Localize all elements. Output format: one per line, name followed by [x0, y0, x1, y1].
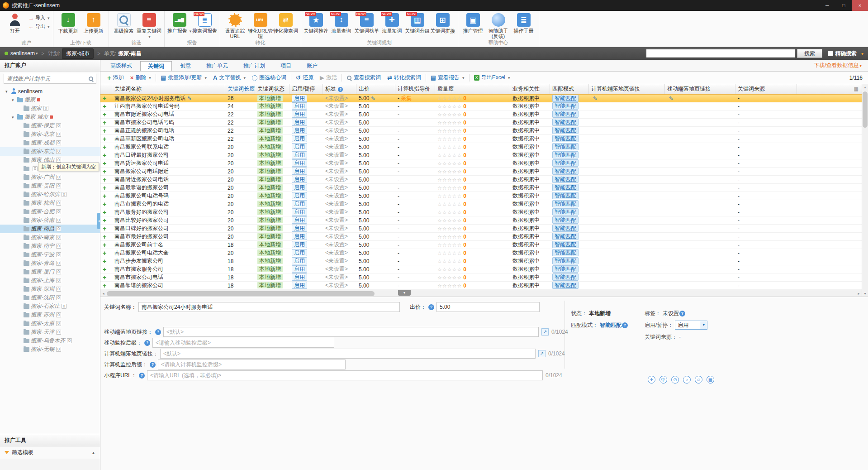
ribbon-button-manual[interactable]: ≣操作手册 [511, 12, 536, 39]
keyword-row[interactable]: +南昌口碑最好搬家公司20本地新增启用<未设置>5.00-☆☆☆☆☆0数据积累中… [100, 151, 862, 159]
panel-collapse-icon[interactable]: ▾ [861, 51, 863, 56]
info-icon[interactable]: ? [622, 322, 628, 328]
info-icon[interactable]: ? [679, 311, 685, 317]
enable-toggle[interactable]: 启用 [292, 273, 307, 281]
tree-unit[interactable]: 搬家0 [0, 104, 100, 113]
open-button[interactable]: 打开 [2, 12, 28, 39]
enable-toggle[interactable]: 启用 [292, 151, 307, 158]
tree-folder[interactable]: ▾搬家 [0, 96, 100, 104]
match-mode-badge[interactable]: 智能匹配 [552, 127, 579, 134]
match-mode-badge[interactable]: 智能匹配 [552, 282, 579, 289]
add-row-icon[interactable]: + [103, 119, 106, 126]
tree-unit[interactable]: 搬家-宁波0 [0, 250, 100, 259]
open-link-icon[interactable]: ↗ [538, 350, 545, 357]
edit-icon[interactable]: ✎ [593, 96, 597, 101]
column-header[interactable]: 移动端落地页链接 [665, 84, 735, 94]
match-mode-badge[interactable]: 智能匹配 [552, 102, 579, 110]
symbol-icon[interactable]: ⊙ [671, 376, 679, 384]
add-row-icon[interactable]: + [103, 144, 106, 151]
tree-unit[interactable]: 搬家-太原0 [0, 319, 100, 328]
collapse-up-icon[interactable]: ▲ [91, 451, 95, 455]
toolbar-button-convertw[interactable]: ⇄转化搜索词 [384, 72, 424, 83]
enable-toggle[interactable]: 启用 [292, 127, 307, 134]
tree-unit[interactable]: 搬家-哈尔滨0 [0, 190, 100, 199]
toolbar-button-plus[interactable]: +添加 [104, 72, 127, 83]
mobile-suffix-input[interactable] [152, 338, 334, 348]
column-header[interactable]: 匹配模式 [550, 84, 589, 94]
keyword-row[interactable]: +南昌市搬家公司的电话20本地新增启用<未设置>5.00-☆☆☆☆☆0数据积累中… [100, 200, 862, 208]
export-button[interactable]: ←导出▾ [28, 23, 50, 30]
add-row-icon[interactable]: + [103, 127, 106, 134]
tab[interactable]: 高级样式 [103, 61, 139, 71]
keyword-row[interactable]: +南昌服务好的搬家公司20本地新增启用<未设置>5.00-☆☆☆☆☆0数据积累中… [100, 208, 862, 216]
match-mode-badge[interactable]: 智能匹配 [552, 95, 579, 102]
enable-toggle[interactable]: 启用 [292, 249, 307, 256]
edit-icon[interactable]: ✎ [669, 96, 673, 101]
toolbar-button-report[interactable]: ▤查看报告▾ [427, 72, 468, 83]
match-mode-badge[interactable]: 智能匹配 [552, 192, 579, 199]
tab[interactable]: 账户 [299, 61, 325, 71]
import-button[interactable]: →导入▾ [28, 14, 50, 21]
horizontal-scroll-thumb[interactable] [107, 291, 375, 296]
scroll-left-icon[interactable]: ◂ [100, 291, 106, 297]
ribbon-button-upload[interactable]: ↑上传更新 [81, 12, 106, 39]
enable-toggle[interactable]: 启用 [292, 233, 307, 240]
enable-toggle[interactable]: 启用 [292, 110, 307, 118]
add-row-icon[interactable]: + [103, 103, 106, 110]
match-mode-badge[interactable]: 智能匹配 [552, 143, 579, 150]
scroll-down-icon[interactable]: ▾ [862, 291, 868, 297]
keyword-row[interactable]: +南昌市搬家公司电话号码22本地新增启用<未设置>5.00-☆☆☆☆☆0数据积累… [100, 119, 862, 127]
add-row-icon[interactable]: + [103, 135, 106, 143]
minimize-button[interactable]: ─ [819, 0, 835, 11]
add-row-icon[interactable]: + [103, 225, 106, 232]
match-mode-badge[interactable]: 智能匹配 [552, 119, 579, 126]
tree-unit[interactable]: 搬家-青岛0 [0, 259, 100, 268]
tree-unit[interactable]: 搬家-广州0 [0, 173, 100, 182]
ribbon-button-gear[interactable]: 设置追踪URL [223, 12, 248, 39]
keyword-name-input[interactable] [138, 302, 400, 312]
keyword-row[interactable]: +南昌步步发搬家公司18本地新增启用<未设置>5.00-☆☆☆☆☆0数据积累中智… [100, 257, 862, 265]
contacts-icon[interactable]: ☺ [695, 376, 702, 384]
match-mode-badge[interactable]: 智能匹配 [552, 265, 579, 273]
enable-toggle[interactable]: 启用 [292, 159, 307, 167]
maximize-button[interactable]: □ [835, 0, 852, 11]
tab[interactable]: 项目 [273, 61, 299, 71]
keyword-row[interactable]: +南昌市附近搬家公司电话22本地新增启用<未设置>5.00-☆☆☆☆☆0数据积累… [100, 110, 862, 119]
add-row-icon[interactable]: + [103, 274, 106, 281]
search-button[interactable]: 搜索 [797, 49, 822, 58]
ribbon-button-traffic[interactable]: NEW!↕流量查询 [329, 12, 354, 39]
add-row-icon[interactable]: + [103, 282, 106, 289]
enable-toggle[interactable]: 启用 [292, 102, 307, 110]
column-header[interactable]: 质量度 [435, 84, 510, 94]
match-mode-badge[interactable]: 智能匹配 [552, 257, 579, 264]
ribbon-button-rank[interactable]: NEW!≡关键词榜单 [354, 12, 379, 39]
enable-toggle[interactable]: 启用 [292, 184, 307, 191]
keyword-row[interactable]: +南昌最靠谱的搬家公司20本地新增启用<未设置>5.00-☆☆☆☆☆0数据积累中… [100, 184, 862, 192]
match-mode-badge[interactable]: 智能匹配 [552, 135, 579, 142]
enable-toggle[interactable]: 启用 [292, 282, 307, 289]
enable-select[interactable]: 启用 ▾ [675, 321, 707, 330]
vertical-scroll-thumb[interactable] [863, 91, 868, 128]
enable-toggle[interactable]: 启用 [292, 176, 307, 183]
tab[interactable]: 关键词 [140, 61, 172, 71]
panel-collapse-tab[interactable]: ▾ [398, 290, 411, 296]
keyword-row[interactable]: +南昌附近搬家公司电话20本地新增启用<未设置>5.00-☆☆☆☆☆0数据积累中… [100, 176, 862, 184]
info-icon[interactable]: ? [150, 362, 156, 368]
keyword-row[interactable]: +南昌搬家公司前十名18本地新增启用<未设置>5.00-☆☆☆☆☆0数据积累中智… [100, 241, 862, 249]
enable-toggle[interactable]: 启用 [292, 143, 307, 150]
miniapp-url-input[interactable] [147, 370, 543, 380]
enable-toggle[interactable]: 启用 [292, 95, 307, 102]
tree-unit[interactable]: 搬家-北京0 [0, 130, 100, 139]
keyword-row[interactable]: +南昌比较好的搬家公司20本地新增启用<未设置>5.00-☆☆☆☆☆0数据积累中… [100, 216, 862, 225]
column-header[interactable]: 关键词状态 [255, 84, 289, 94]
ime-mode-icon[interactable]: 中 [659, 376, 667, 384]
close-button[interactable]: × [852, 0, 868, 11]
tree-unit[interactable]: 搬家-南宁0 [0, 242, 100, 250]
tree-unit[interactable]: 搬家-保定0 [0, 121, 100, 130]
match-mode-badge[interactable]: 智能匹配 [552, 200, 579, 207]
breadcrumb-account[interactable]: senlinsem [10, 50, 35, 57]
breadcrumb-unit[interactable]: 搬家-南昌 [118, 50, 142, 58]
enable-toggle[interactable]: 启用 [292, 216, 307, 224]
tree-search-input[interactable] [4, 74, 96, 84]
ribbon-button-recommend[interactable]: NEW!★关键词推荐 [304, 12, 329, 39]
